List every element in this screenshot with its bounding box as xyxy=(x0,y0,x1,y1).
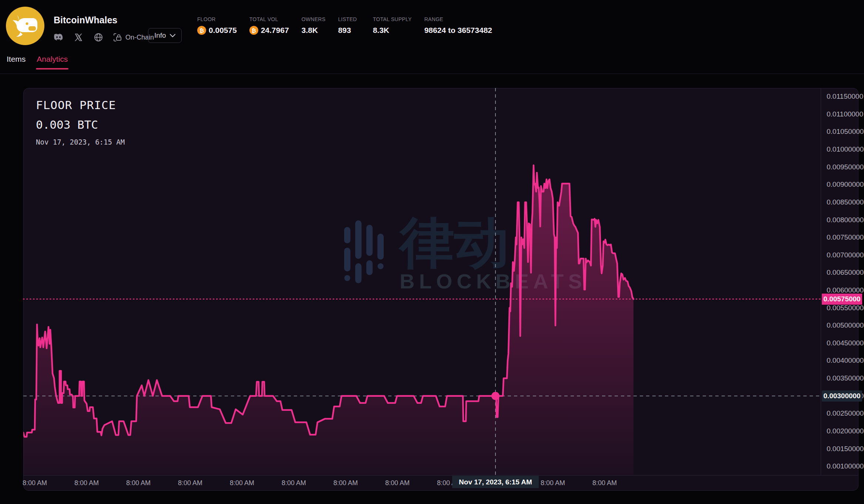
price-tick: 0.00250000 xyxy=(827,409,862,417)
chart-date: Nov 17, 2023, 6:15 AM xyxy=(36,138,125,146)
time-tick: 8:00 AM xyxy=(333,479,358,487)
time-tick: 8:00 AM xyxy=(385,479,410,487)
time-tick: 8:00 AM xyxy=(74,479,99,487)
price-tick: 0.01000000 xyxy=(827,145,862,153)
price-tick: 0.00650000 xyxy=(827,268,862,277)
time-tick: 8:00 AM xyxy=(541,479,565,487)
price-tick: 0.00450000 xyxy=(827,339,862,347)
price-tick: 0.00150000 xyxy=(827,445,862,453)
price-tick: 0.00200000 xyxy=(827,427,862,435)
price-tick: 0.00350000 xyxy=(827,374,862,382)
time-tick: 8:00 AM xyxy=(282,479,306,487)
crosshair-marker xyxy=(491,392,500,400)
price-tick: 0.00100000 xyxy=(827,462,862,470)
price-tick: 0.00700000 xyxy=(827,251,862,259)
chart-price: 0.003 BTC xyxy=(36,118,125,131)
price-tick: 0.00800000 xyxy=(827,216,862,224)
chart-header: FLOOR PRICE 0.003 BTC Nov 17, 2023, 6:15… xyxy=(36,98,125,146)
price-tick: 0.01150000 xyxy=(827,92,862,101)
floor-price-chart[interactable] xyxy=(0,0,864,504)
price-tick: 0.00850000 xyxy=(827,198,862,206)
price-tick: 0.00600000 xyxy=(827,286,862,294)
time-tick: 8:00 AM xyxy=(178,479,202,487)
price-tick: 0.01100000 xyxy=(827,110,862,118)
time-tick: 8:00 AM xyxy=(592,479,617,487)
time-tick: 8:00 AM xyxy=(23,479,47,487)
price-tick: 0.00400000 xyxy=(827,356,862,365)
time-tick: 8:00 AM xyxy=(230,479,254,487)
chart-title: FLOOR PRICE xyxy=(36,98,125,112)
price-tick: 0.00950000 xyxy=(827,163,862,171)
crosshair-time-label: Nov 17, 2023, 6:15 AM xyxy=(452,476,539,488)
price-scale-divider xyxy=(821,88,821,476)
price-tick: 0.01050000 xyxy=(827,128,862,136)
price-tick: 0.00500000 xyxy=(827,321,862,329)
time-tick: 8:00 AM xyxy=(126,479,151,487)
last-price-label: 0.00575000 xyxy=(822,294,862,305)
page: BitcoinWhales On-Chain Info FLOOR₿0.0057… xyxy=(0,0,864,504)
crosshair-price-label: 0.00300000 xyxy=(822,390,862,402)
price-tick: 0.00900000 xyxy=(827,180,862,189)
price-tick: 0.00750000 xyxy=(827,233,862,241)
time-scale-divider xyxy=(24,475,858,476)
price-tick: 0.00550000 xyxy=(827,304,862,312)
